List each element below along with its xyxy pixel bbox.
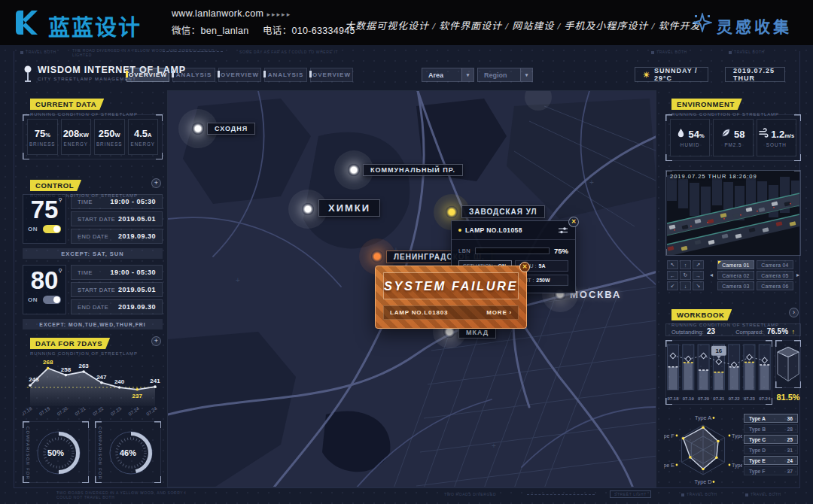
chevron-down-icon: ▾ <box>520 68 532 81</box>
svg-text:07.24: 07.24 <box>759 396 771 401</box>
camera-05-button[interactable]: Camera 05 <box>757 271 793 280</box>
pan-up-left-button[interactable]: ↖ <box>667 260 678 269</box>
dashboard-canvas: TRAVEL BOTH THE ROAD DIVERGED IN A YELLO… <box>0 45 813 504</box>
svg-text:258: 258 <box>61 366 72 373</box>
svg-text:Type E: Type E <box>664 462 674 469</box>
svg-text:07.18: 07.18 <box>667 396 679 401</box>
map-pin-leningradskoe[interactable] <box>371 250 383 263</box>
power-toggle-1[interactable] <box>43 225 61 233</box>
map-label-skhodnya[interactable]: СХОДНЯ <box>207 123 255 135</box>
decor-text: SOME DAY AS FAR AS I COULD TO WHERE IT <box>239 50 338 54</box>
promo-banner: 蓝蓝设计 www.lanlanwork.com ▸▸▸▸▸ 微信：ben_lan… <box>0 0 813 45</box>
map-pin-skhodnya[interactable] <box>192 123 204 135</box>
pan-up-button[interactable]: ↑ <box>680 260 691 269</box>
wind-icon <box>759 128 769 138</box>
popup-close-button[interactable]: ✕ <box>568 217 579 227</box>
map-label-kommunalny[interactable]: КОММУНАЛЬНЫЙ ПР. <box>363 164 463 176</box>
svg-text:+: + <box>492 442 496 450</box>
lbn-label: LBN <box>458 247 470 254</box>
alert-lamp-id: LAMP NO.L01803 <box>390 309 448 316</box>
svg-text:237: 237 <box>132 393 143 399</box>
power-toggle-2[interactable] <box>43 296 61 304</box>
sliders-icon[interactable] <box>558 226 568 234</box>
end-date-row-1: END DATE2019.09.30 <box>71 229 163 244</box>
pan-down-right-button[interactable]: ↘ <box>693 281 704 290</box>
gauge-value-2: 46% <box>96 448 160 457</box>
map-label-khimki[interactable]: ХИМКИ <box>318 199 380 217</box>
tab-analysis-2[interactable]: ANALYSIS <box>264 68 307 82</box>
svg-text:07.20: 07.20 <box>698 396 710 401</box>
svg-text:07.21: 07.21 <box>713 396 725 401</box>
workbook-expand-button[interactable]: › <box>789 308 799 317</box>
camera-03-button[interactable]: Camera 03 <box>717 281 754 290</box>
alert-title: SYSTEM FAILURE <box>383 272 519 299</box>
comparison-gauge-1: COMPARISON FOR 50% <box>23 421 89 483</box>
more-button[interactable]: MORE › <box>486 309 512 316</box>
comparison-gauge-2: COMPARISON FOR 46% <box>95 421 161 483</box>
arrows-decoration: ▸▸▸▸▸ <box>267 11 292 18</box>
svg-text:Type C: Type C <box>732 462 742 469</box>
pan-right-button[interactable]: → <box>693 271 704 280</box>
brightness-bar[interactable] <box>475 247 550 254</box>
type-row-d: Type D31 <box>744 445 798 454</box>
pan-down-left-button[interactable]: ↙ <box>667 281 678 290</box>
svg-text:241: 241 <box>150 378 160 384</box>
week-chart-add-button[interactable]: + <box>151 336 161 346</box>
lamp-mini-icon: ⚲ <box>59 197 62 203</box>
on-label: ON <box>28 296 38 303</box>
pan-down-button[interactable]: ↓ <box>680 281 691 290</box>
type-row-a: Type A36 <box>744 414 798 423</box>
env-card-humidity: 54% HUMID <box>670 119 710 156</box>
camera-01-button[interactable]: Camera 01 <box>717 260 754 269</box>
control-title: CONTROL <box>30 180 81 191</box>
svg-text:+: + <box>589 178 594 187</box>
city-map[interactable]: ++++ СХОДНЯ КОММУНАЛЬНЫЙ ПР. ХИМКИ ЗАВОД… <box>167 90 656 487</box>
svg-text:247: 247 <box>96 374 107 381</box>
map-label-zavodskaya[interactable]: ЗАВОДСКАЯ УЛ <box>461 205 545 218</box>
decor-text: TWO ROADS DIVERGED <box>444 492 496 496</box>
svg-text:Type B: Type B <box>732 433 742 439</box>
stat-card-ampere: 4.5A ENERGY <box>128 119 159 155</box>
services-list: 大数据可视化设计 / 软件界面设计 / 网站建设 / 手机及小程序设计 / 软件… <box>345 18 700 32</box>
reset-view-button[interactable]: ↻ <box>680 271 691 280</box>
phone-contact: 电话：010-63334945 <box>263 26 355 36</box>
start-date-row-1: START DATE2019.05.01 <box>71 211 163 226</box>
camera-06-button[interactable]: Camera 06 <box>757 281 793 290</box>
camera-02-button[interactable]: Camera 02 <box>717 271 754 280</box>
camera-prev-button[interactable]: ◂ <box>708 271 714 280</box>
alert-close-button[interactable]: ✕ <box>519 262 530 272</box>
svg-text:07.23: 07.23 <box>109 405 122 417</box>
svg-text:240: 240 <box>114 378 125 385</box>
camera-feed[interactable]: 2019.07.25 THUR 18:26:09 <box>665 170 801 256</box>
camera-next-button[interactable]: ▸ <box>795 271 801 280</box>
region-select[interactable]: Region ▾ <box>477 68 533 82</box>
area-select[interactable]: Area ▾ <box>422 68 474 82</box>
tab-overview-2[interactable]: OVERVIEW <box>218 68 261 82</box>
decor-text: TRAVEL BOTH <box>681 492 717 496</box>
current-data-title: CURRENT DATA <box>30 99 104 110</box>
workbook-bar-chart: 1607.1807.1907.2007.2107.2207.2307.24 <box>665 340 772 405</box>
decor-text: TRAVEL BOTH <box>651 50 687 54</box>
lanlan-logo-icon <box>14 9 44 36</box>
lamp-mini-icon: ⚲ <box>59 268 62 274</box>
svg-text:Type F: Type F <box>664 433 675 439</box>
camera-04-button[interactable]: Camera 04 <box>757 260 793 269</box>
pan-left-button[interactable]: ← <box>667 271 678 280</box>
map-label-moskva[interactable]: МОСКВА <box>570 289 621 300</box>
tab-analysis-1[interactable]: ANALYSIS <box>172 68 215 82</box>
wechat-contact: 微信：ben_lanlan <box>172 26 249 36</box>
control-add-button[interactable]: + <box>151 178 161 188</box>
on-label: ON <box>28 226 38 232</box>
camera-timestamp: 2019.07.25 THUR 18:26:09 <box>670 173 757 180</box>
collect-button[interactable]: 灵感收集 <box>717 14 792 37</box>
svg-text:07.19: 07.19 <box>38 405 51 417</box>
type-row-e: Type E24 <box>744 456 798 465</box>
map-pin-zavodskaya[interactable] <box>446 206 458 218</box>
tab-overview-1[interactable]: OVERVIEW <box>126 68 169 82</box>
except-row-1: EXCEPT: SAT, SUN <box>23 248 163 259</box>
date-chip: 2019.07.25 THUR <box>725 67 785 82</box>
pan-up-right-button[interactable]: ↗ <box>693 260 704 269</box>
map-pin-khimki[interactable] <box>302 203 314 215</box>
map-pin-kommunalny[interactable] <box>348 164 360 176</box>
tab-overview-3[interactable]: OVERVIEW <box>310 68 353 82</box>
